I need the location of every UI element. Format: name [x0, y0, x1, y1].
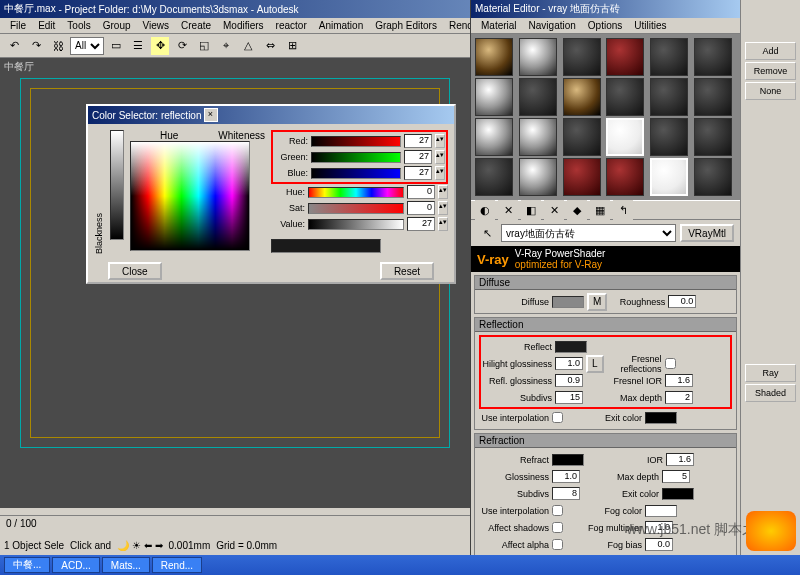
red-slider[interactable]	[311, 136, 401, 147]
material-slot[interactable]	[475, 78, 513, 116]
assign-material-button[interactable]: ◧	[521, 200, 541, 220]
menu-reactor[interactable]: reactor	[270, 18, 313, 33]
material-slot[interactable]	[563, 78, 601, 116]
angle-snap-button[interactable]: △	[238, 36, 258, 56]
color-selector-title[interactable]: Color Selector: reflection ×	[88, 106, 454, 124]
material-slot[interactable]	[519, 158, 557, 196]
material-slot[interactable]	[475, 158, 513, 196]
reflect-maxdepth-value[interactable]: 2	[665, 391, 693, 404]
material-name-field[interactable]: vray地面仿古砖	[501, 224, 676, 242]
refract-maxdepth-value[interactable]: 5	[662, 470, 690, 483]
value-slider[interactable]	[308, 219, 404, 230]
refract-swatch[interactable]	[552, 454, 584, 466]
fresnel-checkbox[interactable]	[665, 358, 676, 369]
ior-value[interactable]: 1.6	[666, 453, 694, 466]
red-value[interactable]: 27	[404, 134, 432, 148]
menu-animation[interactable]: Animation	[313, 18, 369, 33]
reflect-subdivs-value[interactable]: 15	[555, 391, 583, 404]
select-button[interactable]: ▭	[106, 36, 126, 56]
green-value[interactable]: 27	[404, 150, 432, 164]
align-button[interactable]: ⊞	[282, 36, 302, 56]
hue-value[interactable]: 0	[407, 185, 435, 199]
material-slot[interactable]	[694, 118, 732, 156]
snap-button[interactable]: ⌖	[216, 36, 236, 56]
sat-slider[interactable]	[308, 203, 404, 214]
go-parent-button[interactable]: ↰	[613, 200, 633, 220]
menu-grapheditors[interactable]: Graph Editors	[369, 18, 443, 33]
rotate-button[interactable]: ⟳	[172, 36, 192, 56]
taskbar-item[interactable]: ACD...	[52, 557, 99, 573]
material-slot[interactable]	[650, 158, 688, 196]
menu-create[interactable]: Create	[175, 18, 217, 33]
redo-button[interactable]: ↷	[26, 36, 46, 56]
close-button[interactable]: Close	[108, 262, 162, 280]
material-slot[interactable]	[606, 158, 644, 196]
refract-subdivs-value[interactable]: 8	[552, 487, 580, 500]
undo-button[interactable]: ↶	[4, 36, 24, 56]
selection-filter[interactable]: All	[70, 37, 104, 55]
material-slot[interactable]	[694, 38, 732, 76]
menu-tools[interactable]: Tools	[61, 18, 96, 33]
time-slider[interactable]: 0 / 100	[0, 515, 470, 535]
menu-modifiers[interactable]: Modifiers	[217, 18, 270, 33]
material-slot[interactable]	[519, 38, 557, 76]
material-slot[interactable]	[475, 118, 513, 156]
menu-views[interactable]: Views	[137, 18, 176, 33]
menu-utilities[interactable]: Utilities	[628, 18, 672, 33]
sat-value[interactable]: 0	[407, 201, 435, 215]
show-map-button[interactable]: ▦	[590, 200, 610, 220]
material-slot[interactable]	[606, 78, 644, 116]
reset-button[interactable]: Reset	[380, 262, 434, 280]
hilight-gloss-value[interactable]: 1.0	[555, 357, 583, 370]
material-type-button[interactable]: VRayMtl	[680, 224, 734, 242]
remove-button[interactable]: Remove	[745, 62, 796, 80]
get-material-button[interactable]: ◐	[475, 200, 495, 220]
blackness-slider[interactable]	[110, 130, 124, 240]
menu-options[interactable]: Options	[582, 18, 628, 33]
diffuse-swatch[interactable]	[552, 296, 584, 308]
close-icon[interactable]: ×	[204, 108, 218, 122]
menu-navigation[interactable]: Navigation	[523, 18, 582, 33]
refract-exit-swatch[interactable]	[662, 488, 694, 500]
fresnel-ior-value[interactable]: 1.6	[665, 374, 693, 387]
material-slot[interactable]	[606, 38, 644, 76]
taskbar-item[interactable]: Rend...	[152, 557, 202, 573]
link-button[interactable]: ⛓	[48, 36, 68, 56]
make-unique-button[interactable]: ◆	[567, 200, 587, 220]
blue-spinner[interactable]: ▴▾	[435, 166, 445, 180]
roughness-value[interactable]: 0.0	[668, 295, 696, 308]
blue-slider[interactable]	[311, 168, 401, 179]
reflect-interp-checkbox[interactable]	[552, 412, 563, 423]
material-slot[interactable]	[650, 78, 688, 116]
hgloss-lock-button[interactable]: L	[586, 355, 604, 373]
menu-file[interactable]: File	[4, 18, 32, 33]
add-button[interactable]: Add	[745, 42, 796, 60]
material-slot[interactable]	[694, 78, 732, 116]
material-slot[interactable]	[650, 38, 688, 76]
reflect-swatch[interactable]	[555, 341, 587, 353]
material-slot[interactable]	[519, 78, 557, 116]
scale-button[interactable]: ◱	[194, 36, 214, 56]
refl-gloss-value[interactable]: 0.9	[555, 374, 583, 387]
green-slider[interactable]	[311, 152, 401, 163]
pick-material-button[interactable]: ↖	[477, 223, 497, 243]
select-name-button[interactable]: ☰	[128, 36, 148, 56]
none-button[interactable]: None	[745, 82, 796, 100]
material-slot[interactable]	[563, 38, 601, 76]
reset-material-button[interactable]: ✕	[544, 200, 564, 220]
red-spinner[interactable]: ▴▾	[435, 134, 445, 148]
material-slot[interactable]	[519, 118, 557, 156]
reflect-exit-swatch[interactable]	[645, 412, 677, 424]
material-slot[interactable]	[694, 158, 732, 196]
material-slot[interactable]	[563, 158, 601, 196]
put-material-button[interactable]: ✕	[498, 200, 518, 220]
fog-bias-value[interactable]: 0.0	[645, 538, 673, 551]
move-button[interactable]: ✥	[150, 36, 170, 56]
taskbar-item[interactable]: 中餐...	[4, 557, 50, 573]
green-spinner[interactable]: ▴▾	[435, 150, 445, 164]
material-slot[interactable]	[563, 118, 601, 156]
hue-slider[interactable]	[308, 187, 404, 198]
menu-material[interactable]: Material	[475, 18, 523, 33]
mirror-button[interactable]: ⇔	[260, 36, 280, 56]
diffuse-map-button[interactable]: M	[587, 293, 607, 311]
